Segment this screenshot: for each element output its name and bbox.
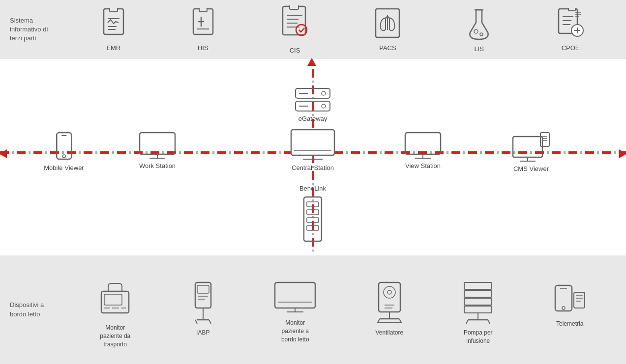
- work-station-icon: [138, 132, 177, 159]
- svg-marker-39: [0, 149, 7, 158]
- pacs-item: PACS: [374, 8, 401, 52]
- svg-rect-72: [197, 285, 209, 293]
- svg-rect-71: [195, 282, 211, 308]
- svg-rect-101: [555, 285, 572, 311]
- svg-line-78: [209, 320, 211, 324]
- svg-point-84: [384, 286, 395, 298]
- central-station-icon: [289, 129, 336, 161]
- cpoe-label: CPOE: [562, 44, 580, 52]
- cis-label: CIS: [290, 47, 300, 54]
- central-station-node: Central Station: [289, 129, 336, 171]
- infusion-pump-label: Pompa per infusione: [464, 329, 493, 345]
- svg-rect-0: [104, 9, 123, 34]
- transport-monitor-item: Monitor paziente da trasporto: [97, 280, 133, 348]
- emr-icon: [101, 8, 126, 41]
- svg-rect-93: [464, 282, 492, 289]
- lis-label: LIS: [474, 45, 484, 53]
- svg-rect-44: [140, 133, 175, 154]
- mobile-viewer-node: Mobile Viewer: [44, 132, 84, 171]
- svg-rect-96: [464, 306, 492, 313]
- telemetry-item: Telemetria: [552, 280, 588, 328]
- cpoe-icon: [557, 8, 584, 41]
- infusion-pump-icon: [461, 280, 495, 325]
- bottom-section-label: Dispositivi a bordo letto: [10, 301, 69, 318]
- view-station-node: View Station: [403, 132, 443, 169]
- transport-monitor-label: Monitor paziente da trasporto: [100, 324, 130, 348]
- bottom-icons-container: Monitor paziente da trasporto IABP: [69, 271, 616, 348]
- view-station-label: View Station: [405, 162, 441, 169]
- arrow-left: [0, 148, 9, 161]
- bedside-monitor-item: Monitor paziente a bordo letto: [273, 280, 317, 343]
- cis-item: CIS: [280, 5, 310, 54]
- egateway-icon: [293, 86, 332, 113]
- top-section: Sistema informativo di terzi parti EMR: [0, 0, 626, 59]
- cms-viewer-icon: [511, 132, 551, 162]
- svg-rect-6: [199, 8, 207, 12]
- svg-line-91: [399, 319, 401, 323]
- pacs-icon: [374, 8, 401, 41]
- his-icon: [190, 8, 216, 41]
- svg-marker-40: [619, 149, 626, 158]
- telemetry-label: Telemetria: [556, 320, 583, 328]
- svg-line-90: [378, 319, 380, 323]
- svg-rect-1: [110, 8, 118, 12]
- his-item: HIS: [190, 8, 216, 52]
- bedside-monitor-label: Monitor paziente a bordo letto: [281, 319, 309, 343]
- his-label: HIS: [198, 44, 209, 52]
- svg-line-99: [466, 320, 468, 324]
- svg-rect-62: [307, 202, 319, 207]
- egateway-label: eGateway: [298, 115, 328, 122]
- transport-monitor-icon: [97, 280, 133, 320]
- svg-rect-47: [291, 130, 334, 155]
- svg-point-102: [562, 307, 565, 309]
- svg-point-20: [480, 33, 483, 36]
- emr-item: EMR: [101, 8, 126, 52]
- mobile-viewer-icon: [55, 132, 73, 161]
- benelink-label: BeneLink: [299, 185, 326, 192]
- work-station-label: Work Station: [139, 162, 176, 169]
- top-section-label: Sistema informativo di terzi parti: [10, 16, 69, 43]
- top-icons-container: EMR HIS CIS: [69, 5, 616, 54]
- svg-rect-95: [464, 298, 492, 305]
- ventilator-label: Ventilatore: [375, 329, 403, 337]
- infusion-pump-item: Pompa per infusione: [461, 280, 495, 345]
- svg-rect-11: [290, 5, 298, 9]
- svg-marker-32: [307, 58, 316, 66]
- pacs-label: PACS: [379, 44, 396, 52]
- cpoe-item: CPOE: [557, 8, 584, 52]
- cis-icon: [280, 5, 310, 44]
- bottom-section: Dispositivi a bordo letto Monitor pazien…: [0, 255, 626, 364]
- egateway-node: eGateway: [293, 86, 332, 122]
- svg-rect-79: [275, 282, 315, 308]
- work-station-node: Work Station: [138, 132, 177, 169]
- ventilator-icon: [375, 280, 404, 325]
- iabp-item: IABP: [190, 280, 216, 337]
- svg-point-34: [322, 91, 326, 95]
- svg-point-19: [474, 29, 478, 33]
- arrow-right: [617, 148, 626, 161]
- cms-viewer-node: CMS Viewer: [511, 132, 551, 172]
- bedside-monitor-icon: [273, 280, 317, 315]
- svg-line-100: [488, 320, 490, 324]
- lis-item: LIS: [465, 7, 493, 53]
- svg-rect-51: [405, 133, 441, 154]
- view-station-icon: [403, 132, 443, 159]
- svg-rect-57: [540, 133, 549, 146]
- emr-label: EMR: [106, 44, 120, 52]
- central-station-label: Central Station: [292, 164, 334, 171]
- arrow-up: [306, 57, 317, 70]
- lis-icon: [465, 7, 493, 42]
- iabp-label: IABP: [196, 329, 209, 337]
- benelink-node: BeneLink: [299, 185, 326, 245]
- svg-point-85: [388, 290, 391, 294]
- svg-rect-63: [307, 210, 319, 215]
- mobile-viewer-label: Mobile Viewer: [44, 164, 84, 171]
- ventilator-item: Ventilatore: [375, 280, 404, 337]
- svg-rect-64: [307, 218, 319, 223]
- benelink-icon: [301, 196, 325, 245]
- svg-rect-83: [379, 282, 400, 312]
- telemetry-icon: [552, 280, 588, 316]
- middle-section: eGateway Mobile Viewer Work Station: [0, 59, 626, 255]
- svg-point-42: [62, 155, 65, 158]
- svg-rect-67: [104, 294, 122, 305]
